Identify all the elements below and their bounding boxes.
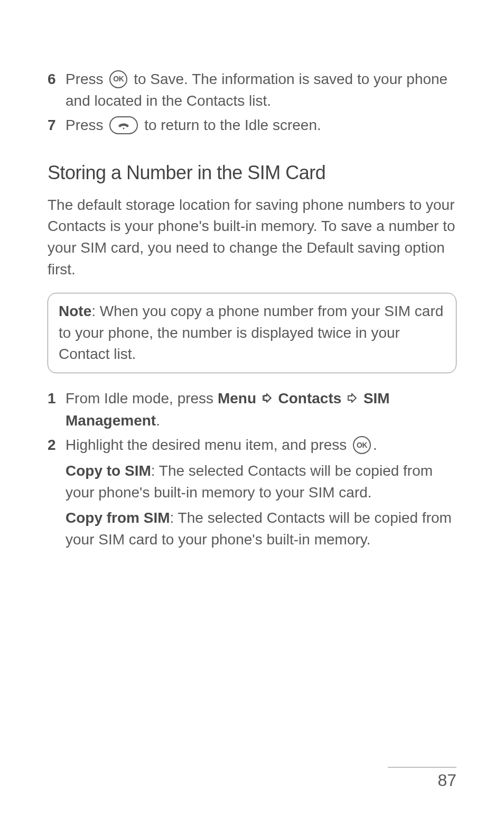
step-2: 2 Highlight the desired menu item, and p… bbox=[48, 434, 456, 554]
text: . bbox=[156, 412, 160, 429]
copy-to-sim-label: Copy to SIM bbox=[66, 463, 151, 479]
step-body: Highlight the desired menu item, and pre… bbox=[66, 434, 456, 554]
text: Press bbox=[66, 117, 107, 133]
svg-point-0 bbox=[123, 127, 125, 129]
menu-label: Menu bbox=[218, 390, 256, 406]
note-label: Note bbox=[59, 303, 91, 319]
text: to return to the Idle screen. bbox=[140, 117, 321, 133]
note-text: : When you copy a phone number from your… bbox=[59, 303, 443, 362]
arrow-right-icon bbox=[263, 387, 272, 409]
step-number: 7 bbox=[48, 115, 66, 136]
step-body: Press to return to the Idle screen. bbox=[66, 115, 456, 136]
contacts-label: Contacts bbox=[278, 390, 342, 406]
text: Highlight the desired menu item, and pre… bbox=[66, 437, 351, 453]
copy-from-sim-label: Copy from SIM bbox=[66, 510, 170, 526]
page-footer: 87 bbox=[388, 767, 456, 790]
step-number: 2 bbox=[48, 434, 66, 456]
text: From Idle mode, press bbox=[66, 390, 218, 406]
footer-rule bbox=[388, 767, 456, 767]
step-number: 1 bbox=[48, 388, 66, 410]
arrow-right-icon bbox=[348, 387, 357, 409]
note-box: Note: When you copy a phone number from … bbox=[48, 293, 456, 373]
step-7: 7 Press to return to the Idle screen. bbox=[48, 115, 456, 136]
step-6: 6 Press OK to Save. The information is s… bbox=[48, 69, 456, 112]
ok-button-icon: OK bbox=[109, 70, 127, 88]
step-number: 6 bbox=[48, 69, 66, 90]
section-heading: Storing a Number in the SIM Card bbox=[48, 162, 456, 184]
step-1: 1 From Idle mode, press Menu Contacts SI… bbox=[48, 388, 456, 432]
intro-paragraph: The default storage location for saving … bbox=[48, 195, 456, 280]
step-body: From Idle mode, press Menu Contacts SIM … bbox=[66, 388, 456, 432]
text: . bbox=[373, 437, 377, 453]
step-body: Press OK to Save. The information is sav… bbox=[66, 69, 456, 112]
end-call-button-icon bbox=[109, 116, 138, 134]
ok-button-icon: OK bbox=[353, 436, 371, 454]
text: Press bbox=[66, 71, 107, 87]
page-number: 87 bbox=[388, 771, 456, 790]
